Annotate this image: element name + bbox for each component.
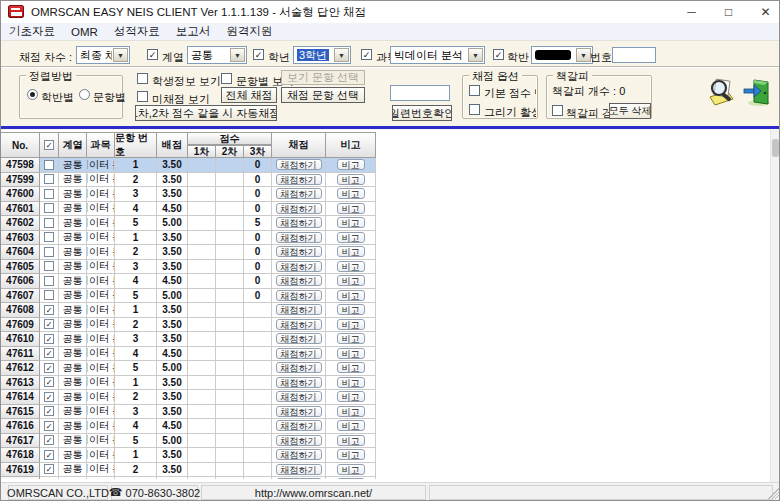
note-button[interactable]: 비고 [337,391,365,402]
auto-grade-button[interactable]: 1차,2차 점수 같을 시 자동채점 [135,105,277,121]
row-checkbox[interactable] [44,160,54,170]
row-checkbox[interactable] [44,261,54,271]
row-checkbox[interactable] [44,189,54,199]
view-question-select-button[interactable]: 보기 문항 선택 [281,70,365,85]
resize-grip[interactable] [768,488,779,499]
grade-select[interactable]: 3학년 ▼ [293,46,351,64]
delete-all-bookmarks-button[interactable]: 모두 삭제 [609,103,651,119]
row-checkbox[interactable] [44,305,54,315]
class-checkbox[interactable] [493,49,504,60]
row-checkbox[interactable] [44,319,54,329]
class-select[interactable]: ▼ [531,46,593,64]
row-checkbox[interactable] [44,406,54,416]
drawing-enable-checkbox[interactable] [469,104,480,115]
exit-button[interactable] [742,77,772,107]
note-button[interactable]: 비고 [337,464,365,475]
grade-button[interactable]: 채점하기 [276,232,322,243]
header-select-all[interactable] [40,132,59,158]
maximize-button[interactable]: □ [710,1,747,23]
note-button[interactable]: 비고 [337,188,365,199]
serial-check-button[interactable]: 일련번호확인 [392,105,452,121]
grade-button[interactable]: 채점하기 [276,319,322,330]
row-checkbox[interactable] [44,276,54,286]
note-button[interactable]: 비고 [337,203,365,214]
note-button[interactable]: 비고 [337,275,365,286]
grading-round-select[interactable]: 최종 채점 ▼ [76,46,130,64]
grade-button[interactable]: 채점하기 [276,304,322,315]
grade-button[interactable]: 채점하기 [276,159,322,170]
vertical-scrollbar[interactable] [770,130,779,482]
note-button[interactable]: 비고 [337,478,365,479]
menu-item-omr[interactable]: OMR [71,26,108,38]
note-button[interactable]: 비고 [337,174,365,185]
bookmark-search-checkbox[interactable] [552,105,563,116]
subject-select[interactable]: 빅데이터 분석 ▼ [390,46,485,64]
row-checkbox[interactable] [44,247,54,257]
note-button[interactable]: 비고 [337,348,365,359]
note-button[interactable]: 비고 [337,217,365,228]
by-question-checkbox[interactable] [221,73,232,84]
grade-button[interactable]: 채점하기 [276,478,322,479]
row-checkbox[interactable] [44,421,54,431]
note-button[interactable]: 비고 [337,362,365,373]
search-preview-button[interactable] [707,77,737,107]
row-checkbox[interactable] [44,464,54,474]
sort-by-question-radio[interactable] [79,89,90,100]
grade-button[interactable]: 채점하기 [276,174,322,185]
grade-button[interactable]: 채점하기 [276,290,322,301]
note-button[interactable]: 비고 [337,290,365,301]
close-button[interactable]: ✕ [747,1,780,23]
row-checkbox[interactable] [44,218,54,228]
row-checkbox[interactable] [44,290,54,300]
note-button[interactable]: 비고 [337,246,365,257]
number-input[interactable] [612,47,656,63]
note-button[interactable]: 비고 [337,406,365,417]
grade-button[interactable]: 채점하기 [276,217,322,228]
row-checkbox[interactable] [44,377,54,387]
grade-button[interactable]: 채점하기 [276,464,322,475]
grade-button[interactable]: 채점하기 [276,362,322,373]
select-all-checkbox[interactable] [44,140,54,150]
ungraded-checkbox[interactable] [137,91,148,102]
grade-checkbox[interactable] [253,49,264,60]
menu-item-basic-data[interactable]: 기초자료 [9,24,65,39]
grade-button[interactable]: 채점하기 [276,333,322,344]
row-checkbox[interactable] [44,203,54,213]
note-button[interactable]: 비고 [337,232,365,243]
row-checkbox[interactable] [44,363,54,373]
menu-item-report[interactable]: 보고서 [176,24,221,39]
grade-button[interactable]: 채점하기 [276,391,322,402]
grade-button[interactable]: 채점하기 [276,261,322,272]
note-button[interactable]: 비고 [337,435,365,446]
note-button[interactable]: 비고 [337,420,365,431]
grade-button[interactable]: 채점하기 [276,420,322,431]
menu-item-score-data[interactable]: 성적자료 [114,24,170,39]
row-checkbox[interactable] [44,334,54,344]
grade-button[interactable]: 채점하기 [276,275,322,286]
note-button[interactable]: 비고 [337,261,365,272]
row-checkbox[interactable] [44,174,54,184]
grade-all-button[interactable]: 전체 채점 [221,87,277,103]
row-checkbox[interactable] [44,450,54,460]
track-select[interactable]: 공통 ▼ [187,46,247,64]
row-checkbox[interactable] [44,348,54,358]
note-button[interactable]: 비고 [337,159,365,170]
row-checkbox[interactable] [44,435,54,445]
row-checkbox[interactable] [44,232,54,242]
row-checkbox[interactable] [44,392,54,402]
grade-button[interactable]: 채점하기 [276,246,322,257]
note-button[interactable]: 비고 [337,377,365,388]
note-button[interactable]: 비고 [337,449,365,460]
grade-button[interactable]: 채점하기 [276,435,322,446]
note-button[interactable]: 비고 [337,319,365,330]
note-button[interactable]: 비고 [337,333,365,344]
grade-button[interactable]: 채점하기 [276,377,322,388]
sort-by-class-radio[interactable] [27,89,38,100]
grade-button[interactable]: 채점하기 [276,406,322,417]
minimize-button[interactable]: ─ [673,1,710,23]
menu-item-remote-support[interactable]: 원격지원 [226,24,282,39]
grade-button[interactable]: 채점하기 [276,348,322,359]
serial-number-input[interactable] [390,85,450,101]
track-checkbox[interactable] [147,49,158,60]
student-info-checkbox[interactable] [137,73,148,84]
